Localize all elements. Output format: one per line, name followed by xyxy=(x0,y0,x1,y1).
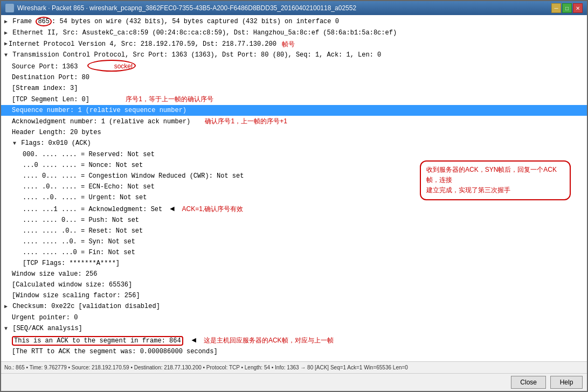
header-len-text: Header Length: 20 bytes xyxy=(12,129,101,136)
urgent-ptr-text: Urgent pointer: 0 xyxy=(12,314,78,321)
rtt-line[interactable]: [The RTT to ACK the segment was: 0.00008… xyxy=(1,346,587,357)
tcp-flags-str-line[interactable]: [TCP Flags: *******A****] xyxy=(1,258,587,269)
cwr-line[interactable]: .... 0... .... = Congestion Window Reduc… xyxy=(1,171,587,181)
ack-annotation: 确认序号1，上一帧的序号+1 xyxy=(205,117,287,125)
fin-text: .... .... ...0 = Fin: Not set xyxy=(23,249,135,256)
ack-flag-line[interactable]: .... ...1 .... = Acknowledgment: Set ◄ A… xyxy=(1,203,587,215)
reset-text: .... .... .0.. = Reset: Not set xyxy=(23,227,143,235)
seq-ack-collapse-icon[interactable]: ▼ xyxy=(3,324,9,334)
ack-to-line[interactable]: This is an ACK to the segment in frame: … xyxy=(1,334,587,346)
syn-line[interactable]: .... .... ..0. = Syn: Not set xyxy=(1,236,587,247)
window-title: Wireshark · Packet 865 · wireshark_pcapn… xyxy=(17,4,356,12)
ack-num-text: Acknowledgment number: 1 (relative ack n… xyxy=(12,118,190,125)
ack-to-arrow-icon: ◄ xyxy=(190,335,198,344)
window-size-line[interactable]: Window size value: 256 xyxy=(1,269,587,279)
bottom-buttons: Close Help xyxy=(1,373,587,391)
detail-section: ▶ Frame 865: 54 bytes on wire (432 bits)… xyxy=(1,15,587,361)
status-bar: No.: 865 • Time: 9.762779 • Source: 218.… xyxy=(1,361,587,373)
tcp-flags-str-text: [TCP Flags: *******A****] xyxy=(23,260,120,267)
stream-idx-text: [Stream index: 3] xyxy=(12,85,78,92)
push-line[interactable]: .... .... 0... = Push: Not set xyxy=(1,215,587,226)
nonce-text: ...0 .... .... = Nonce: Not set xyxy=(23,162,143,169)
ack-num-line[interactable]: Acknowledgment number: 1 (relative ack n… xyxy=(1,116,587,127)
flags-text: Flags: 0x010 (ACK) xyxy=(21,139,91,147)
dst-port-text: Destination Port: 80 xyxy=(12,74,89,81)
ack-arrow-icon: ◄ xyxy=(168,204,176,213)
reserved-line[interactable]: 000. .... .... = Reserved: Not set xyxy=(1,149,587,160)
tcp-line-text: Transmission Control Protocol, Src Port:… xyxy=(12,51,381,59)
seq-ack-text: [SEQ/ACK analysis] xyxy=(12,325,82,332)
title-bar-left: Wireshark · Packet 865 · wireshark_pcapn… xyxy=(5,4,356,12)
calc-window-line[interactable]: [Calculated window size: 65536] xyxy=(1,279,587,290)
urgent-text: .... ..0. .... = Urgent: Not set xyxy=(23,194,147,201)
socket-annotation: socket xyxy=(114,62,133,70)
packet-detail[interactable]: ▶ Frame 865: 54 bytes on wire (432 bits)… xyxy=(1,15,587,361)
title-bar: Wireshark · Packet 865 · wireshark_pcapn… xyxy=(1,1,587,15)
ecn-text: .... .0.. .... = ECN-Echo: Not set xyxy=(23,183,155,191)
reserved-text: 000. .... .... = Reserved: Not set xyxy=(23,151,155,158)
ack-flag-text: .... ...1 .... = Acknowledgment: Set xyxy=(23,206,162,213)
ipv4-collapse-icon[interactable]: ▶ xyxy=(3,39,9,49)
ack-valid-annotation: ACK=1,确认序号有效 xyxy=(182,205,244,213)
tcp-seg-len-line[interactable]: [TCP Segment Len: 0] 序号1，等于上一帧的确认序号 xyxy=(1,94,587,105)
seq-ack-line[interactable]: ▼ [SEQ/ACK analysis] xyxy=(1,323,587,334)
content-area: ▶ Frame 865: 54 bytes on wire (432 bits)… xyxy=(1,15,587,391)
reset-line[interactable]: .... .... .0.. = Reset: Not set xyxy=(1,226,587,236)
flags-line[interactable]: ▼ Flags: 0x010 (ACK) xyxy=(1,138,587,149)
main-window: Wireshark · Packet 865 · wireshark_pcapn… xyxy=(0,0,588,392)
frame-annotation: 帧号 xyxy=(282,39,295,49)
ipv4-line-text: Internet Protocol Version 4, Src: 218.19… xyxy=(9,39,276,49)
window-scale-line[interactable]: [Window size scaling factor: 256] xyxy=(1,290,587,301)
minimize-button[interactable]: ─ xyxy=(551,3,561,13)
app-icon xyxy=(5,4,14,12)
tcp-line[interactable]: ▼ Transmission Control Protocol, Src Por… xyxy=(1,50,587,61)
ack-reply-annotation: 这是主机回应服务器的ACK帧，对应与上一帧 xyxy=(204,337,334,344)
ecn-line[interactable]: .... .0.. .... = ECN-Echo: Not set xyxy=(1,181,587,192)
src-port-text: Source Port: 1363 xyxy=(12,63,78,71)
urgent-ptr-line[interactable]: Urgent pointer: 0 xyxy=(1,312,587,323)
flags-collapse-icon[interactable]: ▼ xyxy=(12,139,17,149)
help-button[interactable]: Help xyxy=(550,376,583,389)
header-len-line[interactable]: Header Length: 20 bytes xyxy=(1,127,587,138)
nonce-line[interactable]: ...0 .... .... = Nonce: Not set xyxy=(1,160,587,171)
frame-collapse-icon[interactable]: ▶ xyxy=(3,17,9,27)
dst-port-line[interactable]: Destination Port: 80 xyxy=(1,72,587,83)
maximize-button[interactable]: □ xyxy=(562,3,572,13)
checksum-collapse-icon[interactable]: ▶ xyxy=(3,302,9,312)
seq-annotation: 序号1，等于上一帧的确认序号 xyxy=(126,95,213,103)
ethernet-collapse-icon[interactable]: ▶ xyxy=(3,29,9,38)
src-port-line[interactable]: Source Port: 1363 socket xyxy=(1,61,587,72)
syn-text: .... .... ..0. = Syn: Not set xyxy=(23,238,135,246)
frame-line[interactable]: ▶ Frame 865: 54 bytes on wire (432 bits)… xyxy=(1,16,587,27)
ethernet-line[interactable]: ▶ Ethernet II, Src: AsustekC_ca:c8:59 (0… xyxy=(1,27,587,39)
urgent-line[interactable]: .... ..0. .... = Urgent: Not set xyxy=(1,192,587,203)
tcp-collapse-icon[interactable]: ▼ xyxy=(3,51,9,60)
ack-to-text: This is an ACK to the segment in frame: … xyxy=(12,336,183,346)
window-scale-text: [Window size scaling factor: 256] xyxy=(12,292,140,299)
close-button[interactable]: Close xyxy=(511,376,546,389)
frame-line-text: Frame 865: 54 bytes on wire (432 bits), … xyxy=(12,17,339,26)
tcp-seg-len-text: [TCP Segment Len: 0] xyxy=(12,96,89,103)
ipv4-line[interactable]: ▶ Internet Protocol Version 4, Src: 218.… xyxy=(1,39,587,50)
checksum-line[interactable]: ▶ Checksum: 0xe22c [validation disabled] xyxy=(1,301,587,312)
rtt-text: [The RTT to ACK the segment was: 0.00008… xyxy=(12,348,218,355)
title-buttons: ─ □ ✕ xyxy=(551,3,583,13)
push-text: .... .... 0... = Push: Not set xyxy=(23,216,139,224)
ethernet-line-text: Ethernet II, Src: AsustekC_ca:c8:59 (00:… xyxy=(12,29,397,37)
seq-num-text: Sequence number: 1 (relative sequence nu… xyxy=(12,107,186,114)
calc-window-text: [Calculated window size: 65536] xyxy=(12,281,132,289)
checksum-text: Checksum: 0xe22c [validation disabled] xyxy=(12,303,160,310)
close-window-button[interactable]: ✕ xyxy=(573,3,583,13)
stream-idx-line[interactable]: [Stream index: 3] xyxy=(1,83,587,94)
status-text: No.: 865 • Time: 9.762779 • Source: 218.… xyxy=(4,365,408,370)
window-size-text: Window size value: 256 xyxy=(12,270,97,278)
seq-num-line[interactable]: Sequence number: 1 (relative sequence nu… xyxy=(1,105,587,116)
fin-line[interactable]: .... .... ...0 = Fin: Not set xyxy=(1,247,587,258)
cwr-text: .... 0... .... = Congestion Window Reduc… xyxy=(23,172,244,180)
